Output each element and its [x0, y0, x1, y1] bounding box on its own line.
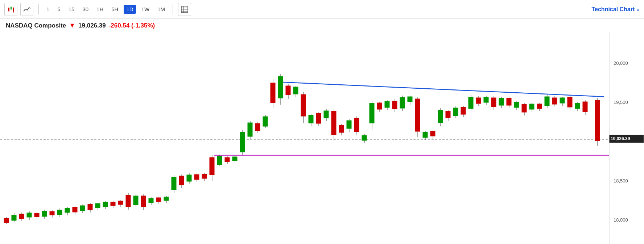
blue-trendline	[283, 82, 604, 97]
chevron-right-icon: »	[637, 7, 640, 12]
time-btn-30[interactable]: 30	[80, 5, 91, 14]
svg-rect-28	[50, 211, 54, 215]
time-btn-15[interactable]: 15	[66, 5, 77, 14]
svg-rect-74	[225, 157, 230, 162]
svg-rect-3	[11, 7, 12, 9]
svg-rect-146	[499, 98, 504, 105]
svg-rect-102	[331, 111, 336, 135]
svg-rect-82	[255, 123, 260, 131]
technical-chart-link[interactable]: Technical Chart »	[591, 6, 640, 13]
svg-rect-148	[507, 98, 511, 105]
svg-rect-0	[8, 8, 9, 11]
svg-rect-120	[400, 97, 405, 108]
divider-2	[173, 4, 173, 14]
svg-rect-136	[461, 107, 466, 114]
svg-rect-48	[126, 195, 131, 207]
time-btn-5h[interactable]: 5H	[109, 5, 121, 14]
chart-area: 20,000 19,500 18,500 18,000 19,026.39	[0, 32, 644, 244]
down-arrow-icon: ▼	[69, 22, 75, 29]
svg-rect-168	[583, 102, 587, 112]
subtitle-bar: NASDAQ Composite ▼ 19,026.39 -260.54 (-1…	[0, 19, 644, 32]
svg-rect-166	[575, 103, 580, 109]
table-icon-button[interactable]	[178, 3, 191, 16]
price-label-19500: 19,500	[614, 100, 628, 105]
svg-rect-32	[65, 208, 70, 213]
svg-rect-88	[278, 76, 283, 98]
svg-rect-46	[118, 201, 123, 205]
svg-rect-170	[595, 100, 600, 141]
svg-rect-38	[88, 204, 92, 210]
time-btn-1w[interactable]: 1W	[139, 5, 152, 14]
technical-chart-label: Technical Chart	[591, 6, 635, 12]
svg-rect-96	[309, 115, 313, 123]
ticker-label: NASDAQ Composite	[6, 22, 66, 29]
svg-rect-144	[491, 98, 496, 107]
current-price: 19,026.39	[78, 22, 106, 29]
svg-rect-108	[354, 118, 359, 132]
svg-rect-114	[377, 103, 382, 109]
svg-rect-72	[217, 156, 222, 165]
time-btn-1h[interactable]: 1H	[94, 5, 106, 14]
price-label-18500: 18,500	[614, 178, 628, 184]
svg-rect-140	[476, 98, 481, 104]
svg-rect-134	[453, 108, 458, 116]
time-btn-1m[interactable]: 1M	[155, 5, 168, 14]
svg-rect-110	[362, 135, 367, 140]
svg-rect-126	[423, 132, 428, 138]
current-price-box-label: 19,026.39	[611, 136, 630, 141]
svg-rect-30	[57, 210, 62, 215]
svg-rect-92	[293, 87, 298, 94]
svg-rect-66	[194, 174, 199, 180]
svg-rect-160	[552, 98, 557, 104]
svg-rect-68	[202, 174, 207, 178]
svg-rect-20	[19, 214, 24, 219]
svg-rect-150	[514, 102, 519, 108]
svg-rect-106	[347, 121, 351, 129]
candlestick-group	[4, 74, 600, 224]
svg-rect-116	[385, 101, 389, 108]
svg-rect-154	[529, 104, 534, 109]
svg-rect-18	[12, 215, 16, 220]
svg-rect-130	[438, 110, 443, 123]
svg-rect-50	[133, 196, 138, 205]
svg-rect-60	[172, 177, 176, 190]
svg-rect-62	[179, 176, 184, 185]
svg-rect-122	[408, 97, 412, 102]
svg-rect-100	[324, 111, 329, 118]
svg-rect-34	[73, 207, 77, 212]
time-btn-1d[interactable]: 1D	[124, 5, 136, 14]
svg-rect-26	[42, 211, 47, 216]
svg-rect-138	[468, 97, 473, 109]
svg-rect-16	[4, 218, 9, 223]
svg-rect-124	[415, 99, 420, 131]
svg-rect-76	[232, 157, 237, 161]
svg-rect-98	[316, 113, 321, 123]
svg-rect-6	[13, 8, 14, 12]
svg-rect-132	[446, 111, 450, 118]
price-label-18000: 18,000	[614, 217, 628, 223]
line-chart-icon-button[interactable]	[20, 3, 33, 16]
svg-rect-164	[567, 97, 572, 107]
svg-rect-24	[34, 213, 39, 217]
svg-rect-44	[111, 202, 115, 206]
time-btn-1[interactable]: 1	[44, 5, 52, 14]
svg-rect-40	[95, 203, 100, 208]
svg-rect-36	[80, 206, 85, 211]
svg-rect-64	[187, 175, 191, 181]
svg-rect-156	[537, 104, 542, 109]
svg-rect-112	[370, 103, 374, 123]
svg-rect-22	[27, 213, 32, 217]
toolbar: 1 5 15 30 1H 5H 1D 1W 1M Technical Chart…	[0, 0, 644, 19]
svg-rect-14	[0, 32, 609, 244]
price-label-20000: 20,000	[614, 60, 628, 66]
svg-rect-80	[248, 123, 252, 136]
svg-rect-42	[103, 202, 108, 207]
svg-rect-158	[545, 97, 549, 106]
svg-rect-84	[263, 117, 268, 126]
svg-rect-86	[271, 83, 275, 103]
svg-rect-94	[301, 94, 306, 116]
time-btn-5[interactable]: 5	[55, 5, 63, 14]
svg-rect-56	[156, 198, 161, 202]
svg-rect-78	[240, 132, 245, 152]
candlestick-icon-button[interactable]	[4, 3, 17, 16]
